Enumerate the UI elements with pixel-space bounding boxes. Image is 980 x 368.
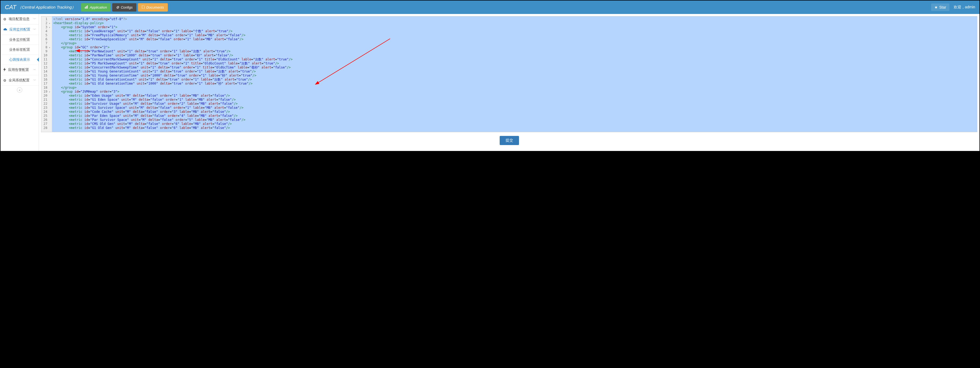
- nav-documents-button[interactable]: Documents: [138, 3, 168, 11]
- sidebar-collapse-button[interactable]: «: [0, 86, 39, 94]
- gear-icon: ⚙: [3, 17, 6, 21]
- svg-rect-0: [85, 7, 86, 9]
- file-icon: [142, 5, 145, 10]
- star-button[interactable]: ★ Star: [931, 3, 950, 11]
- chevron-down-icon: ﹀: [33, 78, 36, 82]
- editor-gutter: 12▾3▾45678▾910111213141516171819▾2021222…: [41, 16, 52, 132]
- nav-documents-label: Documents: [146, 5, 164, 10]
- nav-configs-button[interactable]: ⚙ Configs: [112, 3, 137, 11]
- nav-application-label: Application: [90, 5, 107, 10]
- sidebar-item-biz-monitor[interactable]: 业务监控配置: [0, 35, 39, 45]
- barchart-icon: [85, 5, 88, 10]
- chevron-down-icon: ﹀: [33, 17, 36, 21]
- brand-subtitle: （Central Application Tracking）: [18, 5, 76, 10]
- submit-button[interactable]: 提交: [500, 136, 519, 145]
- gear-icon: ⚙: [3, 78, 6, 83]
- sidebar-group-label: 全局系统配置: [9, 78, 30, 83]
- star-label: Star: [939, 5, 946, 10]
- editor-code-area[interactable]: <?xml version="1.0" encoding="utf-8"?><h…: [52, 16, 977, 132]
- sidebar-group-label: 应用监控配置: [10, 27, 30, 32]
- code-editor[interactable]: 12▾3▾45678▾910111213141516171819▾2021222…: [41, 16, 977, 132]
- chevron-left-icon: «: [17, 87, 22, 93]
- sidebar-group-label: 项目配置信息: [9, 17, 30, 21]
- sidebar-group-project-config[interactable]: ⚙ 项目配置信息 ﹀: [0, 14, 39, 24]
- sidebar-group-label: 应用告警配置: [8, 67, 29, 72]
- nav-application-button[interactable]: Application: [81, 3, 111, 11]
- sidebar-group-global-config[interactable]: ⚙ 全局系统配置 ﹀: [0, 75, 39, 86]
- sidebar-item-biz-tag[interactable]: 业务标签配置: [0, 45, 39, 55]
- main-content: 12▾3▾45678▾910111213141516171819▾2021222…: [39, 14, 980, 151]
- sidebar: ⚙ 项目配置信息 ﹀ 应用监控配置 ﹀ 业务监控配置 业务标签配置 心跳报表展示…: [0, 14, 39, 151]
- nav-configs-label: Configs: [121, 5, 133, 10]
- sidebar-group-app-alert[interactable]: 应用告警配置 ﹀: [0, 65, 39, 75]
- chevron-down-icon: ﹀: [33, 28, 36, 32]
- svg-rect-1: [86, 6, 87, 9]
- sidebar-item-heartbeat-report[interactable]: 心跳报表展示: [0, 55, 39, 65]
- welcome-text: 欢迎，admin: [954, 5, 975, 10]
- star-icon: ★: [934, 5, 938, 10]
- gear-icon: ⚙: [116, 5, 119, 10]
- chevron-down-icon: ﹀: [33, 68, 36, 72]
- brand-title: CAT: [5, 4, 16, 11]
- cloud-icon: [3, 28, 7, 32]
- top-navbar: CAT （Central Application Tracking） Appli…: [0, 0, 980, 14]
- bolt-icon: [3, 68, 6, 72]
- sidebar-group-app-monitor[interactable]: 应用监控配置 ﹀: [0, 24, 39, 35]
- svg-rect-2: [87, 5, 88, 9]
